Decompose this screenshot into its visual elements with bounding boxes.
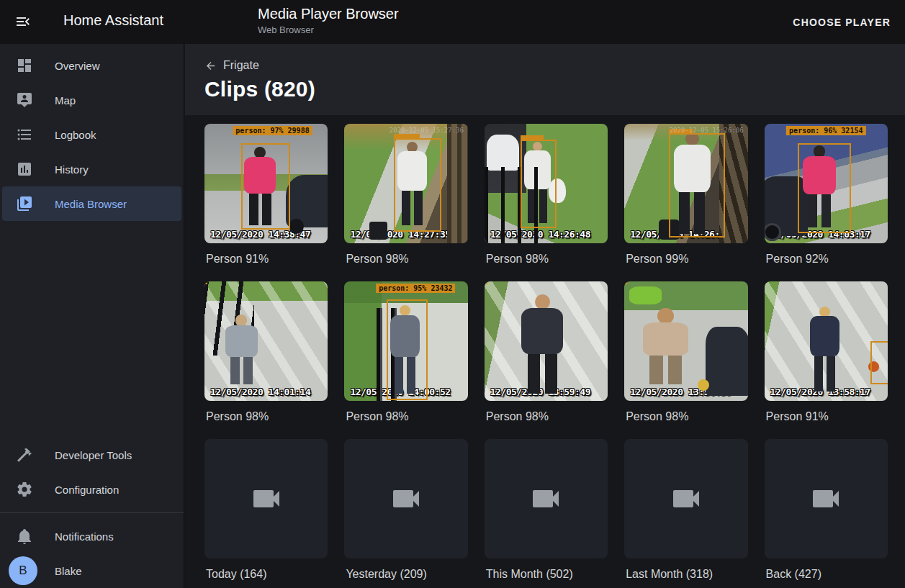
folder-cell: Yesterday (209) bbox=[344, 439, 467, 588]
gear-icon bbox=[16, 481, 33, 498]
folder-card[interactable] bbox=[765, 439, 888, 558]
person-head bbox=[819, 307, 830, 317]
sidebar-item-label: History bbox=[55, 163, 89, 176]
person-torso bbox=[643, 322, 688, 356]
clip-cell: 12/05/2020 13:59:49Person 98% bbox=[485, 281, 608, 439]
breadcrumb-label: Frigate bbox=[223, 59, 259, 72]
menu-open-icon bbox=[14, 13, 32, 30]
scene-prop2 bbox=[629, 286, 662, 304]
chart-box-icon bbox=[16, 160, 33, 178]
clip-card[interactable]: 12/05/2020 14:26:48 bbox=[485, 124, 608, 243]
clip-card[interactable]: 12/05/2020 13:58:17 bbox=[765, 281, 888, 401]
clip-label: Person 98% bbox=[626, 410, 747, 423]
sidebar-item-history[interactable]: History bbox=[0, 152, 184, 186]
sidebar-item-label: Developer Tools bbox=[55, 449, 132, 461]
detection-bounding-box bbox=[387, 299, 428, 400]
clip-cell: 12/05/2020 13:58:30Person 98% bbox=[624, 281, 747, 439]
media-browser-content: Frigate Clips (820) person: 97% 2998812/… bbox=[185, 44, 905, 588]
folder-card[interactable] bbox=[485, 439, 608, 558]
scene-prop bbox=[706, 327, 747, 396]
user-name: Blake bbox=[55, 565, 82, 577]
detection-tag: person: 97% 29988 bbox=[233, 126, 312, 135]
clip-label: Person 91% bbox=[766, 410, 888, 423]
folder-label: Last Month (318) bbox=[626, 568, 747, 581]
sidebar-item-label: Media Browser bbox=[55, 198, 127, 210]
list-icon bbox=[16, 126, 33, 143]
person-silhouette bbox=[225, 315, 258, 384]
clip-cell: 2020-12-05 15:27:3612/05/2020 14:27:35Pe… bbox=[344, 124, 467, 281]
video-camera-icon bbox=[528, 481, 563, 516]
clip-label: Person 98% bbox=[486, 253, 608, 266]
clip-card[interactable]: person: 96% 3215412/05/2020 14:03:17 bbox=[765, 124, 888, 243]
clip-label: Person 98% bbox=[346, 253, 467, 266]
person-head bbox=[657, 308, 674, 325]
page-header-block: Media Player Browser Web Browser bbox=[258, 6, 399, 35]
person-legs bbox=[528, 354, 557, 394]
scene-fence bbox=[447, 124, 468, 243]
sidebar-item-label: Configuration bbox=[55, 484, 119, 496]
detection-bounding-box bbox=[798, 143, 851, 233]
clip-card[interactable]: 12/05/2020 14:01:14 bbox=[204, 281, 328, 401]
detection-tag: person: 96% 32154 bbox=[786, 126, 865, 135]
sidebar-item-map[interactable]: Map bbox=[0, 83, 184, 117]
folder-card[interactable] bbox=[624, 439, 747, 558]
app-title: Home Assistant bbox=[63, 12, 163, 29]
hammer-icon bbox=[16, 446, 33, 463]
camera-timestamp-overlay: 2020-12-05 15:27:36 bbox=[390, 127, 464, 134]
clip-cell: 12/05/2020 14:01:14Person 98% bbox=[204, 281, 328, 439]
scene-prop bbox=[369, 222, 388, 240]
page-title: Clips (820) bbox=[204, 77, 905, 101]
video-camera-icon bbox=[249, 481, 284, 516]
sidebar-item-logbook[interactable]: Logbook bbox=[0, 117, 184, 152]
sidebar-item-configuration[interactable]: Configuration bbox=[0, 472, 184, 507]
folder-card[interactable] bbox=[344, 439, 467, 558]
clip-card[interactable]: 12/05/2020 13:58:30 bbox=[624, 281, 747, 401]
folder-cell: This Month (502) bbox=[485, 439, 608, 588]
video-camera-icon bbox=[809, 481, 843, 516]
clip-card[interactable]: 12/05/2020 13:59:49 bbox=[485, 281, 608, 401]
detection-bounding-box bbox=[241, 143, 289, 230]
clip-label: Person 99% bbox=[626, 253, 747, 266]
sidebar-item-media-browser[interactable]: Media Browser bbox=[2, 186, 181, 221]
person-silhouette bbox=[643, 308, 688, 384]
folder-label: Today (164) bbox=[206, 568, 328, 581]
person-head bbox=[535, 294, 550, 309]
person-legs bbox=[230, 357, 253, 384]
clip-card[interactable]: person: 95% 2343212/05/2020 14:00:52 bbox=[344, 281, 467, 401]
folder-label: Yesterday (209) bbox=[346, 568, 467, 581]
clip-label: Person 91% bbox=[206, 253, 328, 266]
clip-timestamp-overlay: 12/05/2020 14:01:14 bbox=[210, 386, 310, 397]
clip-cell: person: 97% 2998812/05/2020 14:38:47Pers… bbox=[204, 124, 328, 281]
breadcrumb[interactable]: Frigate bbox=[204, 44, 259, 72]
sidebar-item-label: Logbook bbox=[55, 129, 96, 141]
sidebar-item-notifications[interactable]: Notifications bbox=[0, 519, 184, 553]
person-torso bbox=[521, 308, 563, 353]
clip-label: Person 98% bbox=[486, 410, 608, 423]
video-camera-icon bbox=[669, 481, 703, 516]
page-header-subtitle: Web Browser bbox=[258, 25, 399, 35]
video-camera-icon bbox=[389, 481, 423, 516]
sidebar-toggle-button[interactable] bbox=[14, 13, 32, 30]
scene-prop bbox=[286, 175, 328, 227]
sidebar-divider bbox=[0, 512, 184, 513]
clip-card[interactable]: person: 97% 2998812/05/2020 14:38:47 bbox=[204, 124, 328, 243]
detection-bounding-box bbox=[870, 341, 888, 384]
sidebar-item-overview[interactable]: Overview bbox=[0, 48, 184, 83]
clip-card[interactable]: 2020-12-05 15:26:0612/05/2020 14:26:07 bbox=[624, 124, 747, 243]
person-head bbox=[235, 315, 247, 326]
clip-card[interactable]: 2020-12-05 15:27:3612/05/2020 14:27:35 bbox=[344, 124, 467, 243]
camera-timestamp-overlay: 2020-12-05 15:26:06 bbox=[670, 127, 744, 134]
detection-bounding-box bbox=[624, 281, 627, 284]
clip-label: Person 92% bbox=[766, 253, 888, 266]
sidebar-item-user-profile[interactable]: B Blake bbox=[0, 553, 184, 588]
detection-bounding-box bbox=[204, 281, 207, 284]
folder-card[interactable] bbox=[204, 439, 328, 558]
clip-cell: person: 95% 2343212/05/2020 14:00:52Pers… bbox=[344, 281, 467, 439]
clip-cell: 2020-12-05 15:26:0612/05/2020 14:26:07Pe… bbox=[624, 124, 747, 281]
scene-prop bbox=[487, 135, 519, 171]
sidebar-item-developer-tools[interactable]: Developer Tools bbox=[0, 438, 184, 472]
media-grid: person: 97% 2998812/05/2020 14:38:47Pers… bbox=[185, 115, 905, 588]
person-silhouette bbox=[521, 294, 563, 394]
detection-bounding-box bbox=[521, 140, 557, 229]
choose-player-button[interactable]: CHOOSE PLAYER bbox=[787, 11, 896, 34]
